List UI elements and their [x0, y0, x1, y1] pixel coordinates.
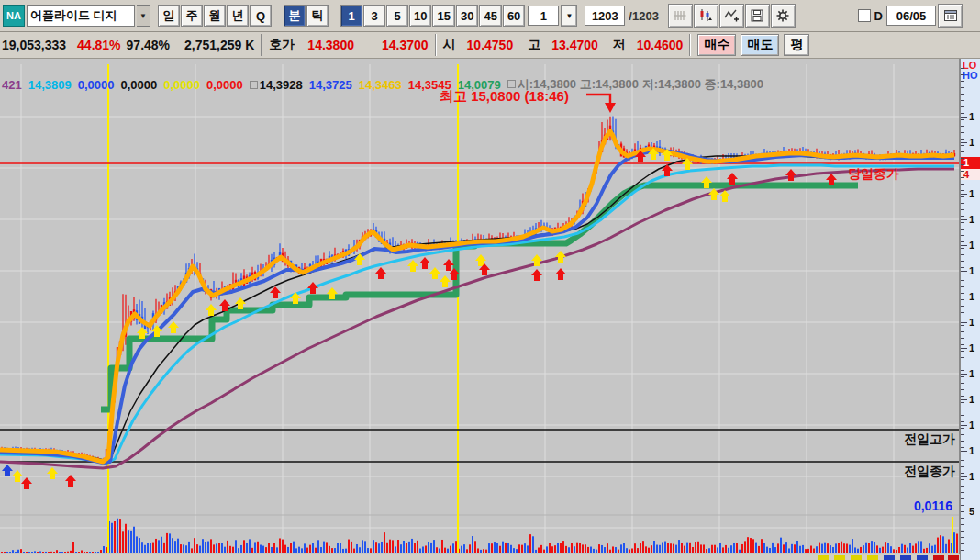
axis-minor-tick [961, 274, 964, 274]
axis-major-tick [961, 374, 967, 375]
legend-value-1: 14,3809 [28, 78, 72, 92]
axis-volume-label: 5 [969, 506, 974, 517]
axis-price-label: 1 [969, 188, 974, 199]
d-checkbox[interactable] [858, 9, 871, 22]
axis-major-tick [961, 194, 967, 195]
interval-input[interactable] [528, 6, 559, 26]
axis-minor-tick [961, 454, 964, 454]
price-axis[interactable]: LO HO 1 4 111111111111115 [960, 59, 980, 560]
mode-button-틱[interactable]: 틱 [306, 5, 329, 27]
axis-major-tick [961, 271, 967, 272]
axis-minor-tick [961, 344, 964, 345]
axis-minor-tick [961, 524, 964, 525]
axis-price-label: 1 [969, 445, 974, 456]
interval-button-60[interactable]: 60 [503, 5, 525, 27]
axis-minor-tick [961, 74, 964, 75]
mode-button-group: 분틱 [284, 5, 329, 27]
period-button-Q[interactable]: Q [250, 5, 272, 27]
interval-button-5[interactable]: 5 [386, 5, 408, 27]
save-icon [750, 8, 764, 23]
axis-minor-tick [961, 409, 964, 409]
interval-button-10[interactable]: 10 [409, 5, 431, 27]
axis-minor-tick [961, 119, 964, 120]
interval-button-45[interactable]: 45 [479, 5, 501, 27]
time-axis-strip[interactable] [0, 554, 960, 560]
axis-minor-tick [961, 351, 964, 352]
period-button-주[interactable]: 주 [181, 5, 203, 27]
zigzag-plus-button[interactable] [719, 4, 744, 28]
axis-minor-tick [961, 229, 964, 230]
interval-button-1[interactable]: 1 [340, 5, 362, 27]
average-button[interactable]: 평 [784, 34, 809, 56]
indicator-value-label: 0,0116 [914, 498, 952, 513]
gear-button[interactable] [771, 4, 796, 28]
change-pct-value: 44.81% [77, 38, 120, 52]
axis-minor-tick [961, 222, 964, 223]
axis-minor-tick [961, 113, 964, 114]
axis-minor-tick [961, 473, 964, 474]
gear-icon [775, 8, 790, 23]
period-button-월[interactable]: 월 [204, 5, 226, 27]
axis-minor-tick [961, 511, 964, 512]
axis-price-label: 1 [969, 291, 974, 302]
high-axis-label: HO [963, 70, 978, 81]
axis-minor-tick [961, 261, 964, 262]
axis-minor-tick [961, 376, 964, 377]
save-button[interactable] [745, 4, 770, 28]
open-value: 10.4750 [467, 38, 514, 52]
axis-minor-tick [961, 100, 964, 101]
time-label-fragment [851, 555, 862, 560]
fence-icon [673, 8, 687, 23]
axis-minor-tick [961, 518, 964, 519]
period-button-일[interactable]: 일 [158, 5, 180, 27]
axis-price-label: 1 [969, 137, 974, 148]
axis-price-label: 1 [969, 420, 974, 431]
buy-button[interactable]: 매수 [697, 34, 736, 56]
axis-minor-tick [961, 428, 964, 429]
axis-major-tick [961, 425, 967, 426]
candle-arrows-button[interactable] [694, 4, 718, 28]
time-label-fragment [917, 555, 928, 560]
fence-button[interactable] [668, 4, 693, 28]
axis-minor-tick [961, 331, 964, 332]
interval-button-15[interactable]: 15 [432, 5, 454, 27]
axis-major-tick [961, 399, 967, 400]
axis-major-tick [961, 142, 967, 143]
axis-price-label: 1 [969, 111, 974, 122]
quote-stats-bar: 19,053,333 44.81% 97.48% 2,751,259 K 호가 … [0, 32, 980, 59]
sell-button[interactable]: 매도 [741, 34, 779, 56]
volume-value: 19,053,333 [2, 38, 66, 52]
axis-minor-tick [961, 479, 964, 480]
symbol-name-input[interactable]: 어플라이드 디지 [27, 5, 135, 27]
axis-minor-tick [961, 235, 964, 236]
axis-minor-tick [961, 543, 964, 544]
bid-value: 14.3800 [307, 38, 354, 52]
bar-count-input[interactable] [585, 6, 625, 26]
calendar-icon [943, 8, 958, 23]
legend-value-8: 14,3463 [359, 78, 402, 92]
time-label-fragment [900, 555, 911, 560]
axis-minor-tick [961, 248, 964, 249]
calendar-button[interactable] [938, 4, 963, 28]
axis-minor-tick [961, 447, 964, 448]
axis-minor-tick [961, 94, 964, 95]
axis-major-tick [961, 297, 967, 297]
mode-button-분[interactable]: 분 [284, 5, 306, 27]
axis-minor-tick [961, 486, 964, 487]
tool-icon-group [668, 4, 796, 28]
symbol-dropdown-icon[interactable]: ▼ [137, 5, 150, 27]
axis-price-label: 1 [969, 240, 974, 251]
axis-minor-tick [961, 389, 964, 390]
date-input[interactable] [886, 6, 936, 26]
interval-dropdown-button[interactable]: ▼ [561, 5, 577, 27]
ask-value: 14.3700 [382, 38, 429, 52]
chart-area[interactable] [0, 59, 960, 554]
time-label-fragment [834, 555, 845, 560]
interval-button-30[interactable]: 30 [456, 5, 478, 27]
axis-minor-tick [961, 537, 964, 538]
axis-minor-tick [961, 280, 964, 281]
axis-minor-tick [961, 396, 964, 397]
axis-price-label: 1 [969, 394, 974, 405]
period-button-년[interactable]: 년 [227, 5, 249, 27]
interval-button-3[interactable]: 3 [363, 5, 385, 27]
